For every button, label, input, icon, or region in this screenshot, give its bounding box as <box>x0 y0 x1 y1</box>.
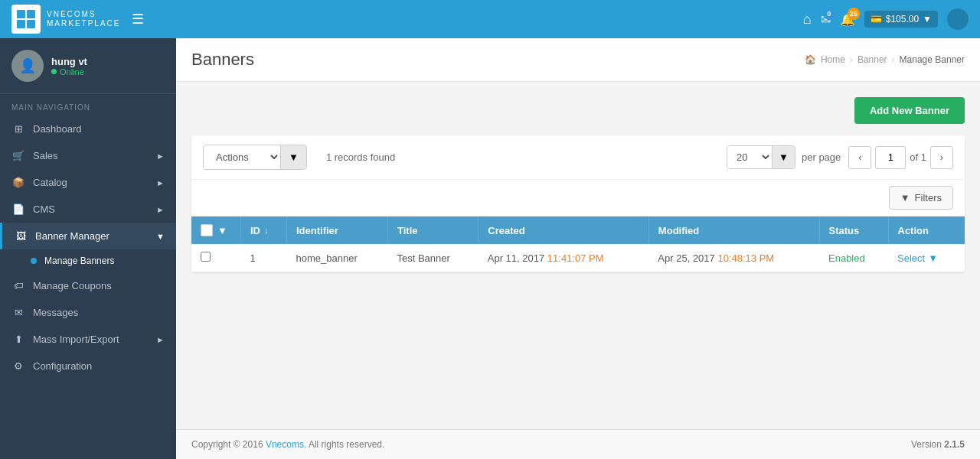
header-checkbox[interactable] <box>201 224 213 236</box>
per-page-dropdown[interactable]: 20 50 100 <box>727 146 772 168</box>
status-badge: Enabled <box>828 252 865 264</box>
footer-version: Version 2.1.5 <box>911 439 965 450</box>
th-identifier: Identifier <box>287 216 388 244</box>
page-title: Banners <box>191 50 254 70</box>
copyright-text: Copyright © 2016 <box>191 439 263 450</box>
sidebar-label-manage-coupons: Manage Coupons <box>33 280 112 291</box>
breadcrumb-sep1: › <box>850 54 853 65</box>
th-checkbox: ▼ <box>191 216 241 244</box>
sidebar-item-mass-import-export[interactable]: ⬆ Mass Import/Export ► <box>0 326 176 353</box>
sidebar-item-messages[interactable]: ✉ Messages <box>0 299 176 326</box>
row-checkbox[interactable] <box>201 252 211 262</box>
per-page-label: per page <box>802 151 841 163</box>
user-profile: 👤 hung vt Online <box>0 38 176 94</box>
add-btn-row: Add New Banner <box>191 97 965 124</box>
actions-caret[interactable]: ▼ <box>280 145 306 169</box>
next-page-button[interactable]: › <box>930 146 953 169</box>
brand-name: VNECOMS <box>47 10 120 19</box>
id-sort-icon[interactable]: ↓ <box>264 226 269 235</box>
brand-sub: MARKETPLACE <box>47 19 120 28</box>
logo-icon <box>11 5 41 34</box>
messages-icon[interactable]: ✉ 0 <box>821 12 831 27</box>
breadcrumb-home[interactable]: Home <box>821 54 845 65</box>
dashboard-icon: ⊞ <box>11 123 25 135</box>
messages-badge: 0 <box>823 8 835 20</box>
footer: Copyright © 2016 Vnecoms. All rights res… <box>176 429 980 459</box>
breadcrumb-home-icon: 🏠 <box>805 54 816 65</box>
import-export-icon: ⬆ <box>11 334 25 345</box>
select-action-button[interactable]: Select ▼ <box>897 252 938 264</box>
manage-banners-dot <box>31 258 37 264</box>
user-status: Online <box>51 67 87 76</box>
select-caret-icon: ▼ <box>928 252 938 264</box>
sidebar-item-cms[interactable]: 📄 CMS ► <box>0 196 176 223</box>
filters-button[interactable]: ▼ Filters <box>889 186 953 210</box>
username: hung vt <box>51 56 87 67</box>
per-page-wrap: 20 50 100 ▼ per page <box>727 145 841 169</box>
messages-sidebar-icon: ✉ <box>11 307 25 318</box>
svg-rect-2 <box>17 20 25 28</box>
sidebar-label-mass-import-export: Mass Import/Export <box>33 334 119 345</box>
actions-select[interactable]: Actions <box>204 145 280 169</box>
notifications-badge: 25 <box>848 8 860 20</box>
wallet-balance[interactable]: 💳 $105.00 ▼ <box>864 11 938 28</box>
svg-rect-1 <box>27 10 35 18</box>
version-label: Version <box>911 439 942 450</box>
wallet-amount: $105.00 <box>886 14 919 24</box>
th-status: Status <box>819 216 888 244</box>
page-number-input[interactable] <box>875 146 906 169</box>
th-title: Title <box>388 216 479 244</box>
sidebar-item-catalog[interactable]: 📦 Catalog ► <box>0 169 176 196</box>
layout: 👤 hung vt Online MAIN NAVIGATION ⊞ Dashb… <box>0 38 980 459</box>
configuration-icon: ⚙ <box>11 360 25 372</box>
footer-brand-link[interactable]: Vnecoms. <box>266 439 306 450</box>
sidebar-label-cms: CMS <box>33 203 55 215</box>
th-action: Action <box>888 216 965 244</box>
avatar: 👤 <box>11 50 44 82</box>
sidebar: 👤 hung vt Online MAIN NAVIGATION ⊞ Dashb… <box>0 38 176 459</box>
per-page-caret[interactable]: ▼ <box>772 146 795 168</box>
sidebar-item-manage-coupons[interactable]: 🏷 Manage Coupons <box>0 272 176 299</box>
filter-icon: ▼ <box>900 192 910 203</box>
sidebar-label-dashboard: Dashboard <box>33 123 82 135</box>
wallet-caret: ▼ <box>923 14 932 24</box>
row-status: Enabled <box>819 244 888 272</box>
th-created: Created <box>479 216 649 244</box>
add-new-banner-button[interactable]: Add New Banner <box>854 97 965 124</box>
sidebar-item-banner-manager[interactable]: 🖼 Banner Manager ▼ <box>0 223 176 249</box>
table-header-row: ▼ ID ↓ Identifier Title Cr <box>191 216 965 244</box>
main-content: Banners 🏠 Home › Banner › Manage Banner … <box>176 38 980 459</box>
sidebar-label-manage-banners: Manage Banners <box>44 256 114 266</box>
sidebar-label-configuration: Configuration <box>33 360 92 372</box>
home-icon[interactable]: ⌂ <box>803 11 812 28</box>
table-container: Actions ▼ 1 records found 20 50 100 <box>191 135 965 272</box>
checkbox-caret[interactable]: ▼ <box>217 225 227 236</box>
modified-time: 10:48:13 PM <box>717 252 774 264</box>
hamburger-menu[interactable]: ☰ <box>132 11 144 28</box>
data-table: ▼ ID ↓ Identifier Title Cr <box>191 216 965 272</box>
th-modified: Modified <box>648 216 819 244</box>
sidebar-item-dashboard[interactable]: ⊞ Dashboard <box>0 116 176 142</box>
table-body: 1 home_banner Test Banner Apr 11, 2017 1… <box>191 244 965 272</box>
pagination: ‹ of 1 › <box>848 146 953 169</box>
records-count: 1 records found <box>326 151 395 163</box>
content-area: Add New Banner Actions ▼ 1 records found <box>176 82 980 429</box>
prev-page-button[interactable]: ‹ <box>848 146 871 169</box>
breadcrumb-parent[interactable]: Banner <box>858 54 887 65</box>
sidebar-sub-item-manage-banners[interactable]: Manage Banners <box>0 249 176 272</box>
sidebar-item-sales[interactable]: 🛒 Sales ► <box>0 142 176 169</box>
filter-bar: ▼ Filters <box>191 180 965 216</box>
version-number: 2.1.5 <box>944 439 965 450</box>
filters-label: Filters <box>915 192 942 203</box>
user-menu[interactable] <box>947 8 969 30</box>
coupons-icon: 🏷 <box>11 280 25 291</box>
sidebar-item-configuration[interactable]: ⚙ Configuration <box>0 353 176 379</box>
row-created: Apr 11, 2017 11:41:07 PM <box>479 244 649 272</box>
banner-manager-icon: 🖼 <box>14 230 28 242</box>
user-info: hung vt Online <box>51 56 87 76</box>
logo-text: VNECOMS MARKETPLACE <box>47 10 120 28</box>
sidebar-section-label: MAIN NAVIGATION <box>0 94 176 116</box>
svg-rect-3 <box>27 20 35 28</box>
notifications-icon[interactable]: 🔔 25 <box>840 12 855 27</box>
table-toolbar: Actions ▼ 1 records found 20 50 100 <box>191 135 965 180</box>
